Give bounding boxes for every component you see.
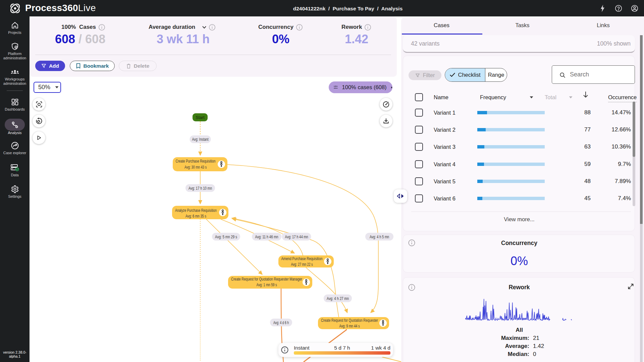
svg-text:Amend Purchase Requisition: Amend Purchase Requisition [281,256,323,261]
svg-text:Start: Start [196,115,205,120]
svg-text:Avg: 17 h 44 mn: Avg: 17 h 44 mn [285,234,308,239]
svg-text:Create Purchase Requisition: Create Purchase Requisition [176,159,216,164]
svg-text:Avg: 4 h 27 mn: Avg: 4 h 27 mn [327,296,349,301]
svg-text:Create Request for Quotation R: Create Request for Quotation Requester M… [231,277,302,282]
svg-text:Avg: 9 mn 44 s: Avg: 9 mn 44 s [339,323,360,328]
svg-text:Avg: 6 mn 35 s: Avg: 6 mn 35 s [185,214,206,219]
svg-text:Avg: 5 mn 29 s: Avg: 5 mn 29 s [215,234,237,239]
svg-text:Avg: 4 h 5 mn: Avg: 4 h 5 mn [370,234,389,239]
svg-text:Avg: 11 h 46 mn: Avg: 11 h 46 mn [255,234,278,239]
svg-text:Create Request for Quotation R: Create Request for Quotation Requester [321,318,378,323]
svg-text:Avg: 27 mn 22 s: Avg: 27 mn 22 s [291,262,313,267]
svg-text:Analyze Purchase Requisition: Analyze Purchase Requisition [175,208,217,213]
svg-text:Avg: 30 mn 43 s: Avg: 30 mn 43 s [184,165,207,170]
svg-text:Avg: 17 h 10 mn: Avg: 17 h 10 mn [189,186,212,191]
svg-text:Avg: 4 d 6 h: Avg: 4 d 6 h [273,320,289,325]
svg-text:Avg: 1 mn 59 s: Avg: 1 mn 59 s [257,282,277,287]
svg-text:Avg: Instant: Avg: Instant [192,137,209,142]
